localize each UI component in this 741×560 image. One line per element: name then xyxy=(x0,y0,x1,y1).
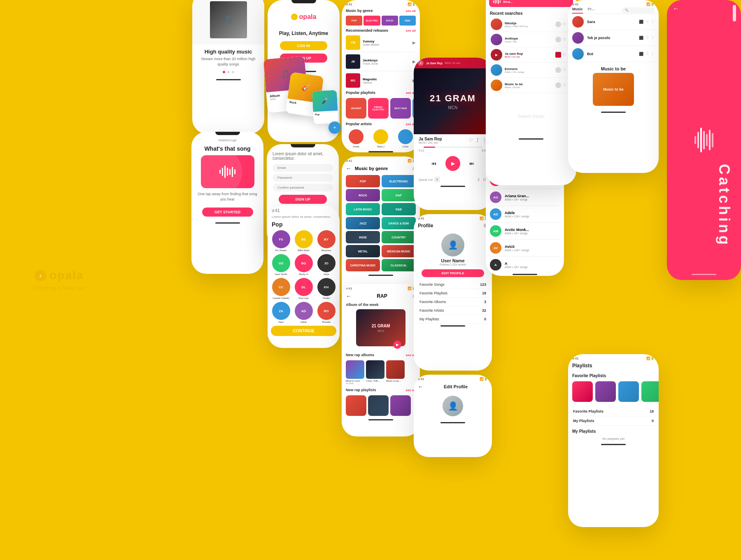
artist-item: ZA Zayn xyxy=(271,302,291,323)
rap-playlist-item[interactable] xyxy=(346,395,366,416)
like-icon[interactable]: ♡ xyxy=(645,52,649,56)
genre-see-all[interactable]: see all xyxy=(406,9,416,13)
back-button[interactable]: ← xyxy=(673,5,679,12)
edit-profile-button[interactable]: EDIT PROFILE xyxy=(422,269,484,277)
search-bar[interactable]: 🔍 xyxy=(622,7,655,13)
genre-electronic[interactable]: ELECTRO xyxy=(364,16,380,26)
genre-tile-rock[interactable]: ROCK xyxy=(346,189,380,201)
song-artist: MCN • 1h1 min xyxy=(419,141,442,144)
song-item[interactable]: Bot ⬛ ♡ ⋮ xyxy=(568,46,659,62)
genre-pop[interactable]: POP xyxy=(346,16,362,26)
artist-circle[interactable]: Nicki J xyxy=(373,129,388,148)
artist-circle[interactable]: Coke xyxy=(398,129,413,148)
album-week-label: Album of the week xyxy=(346,303,416,307)
recent-item[interactable]: Nikolija Music • 690.2.875 inc ♡ ⋮ xyxy=(489,17,573,32)
tab-profile[interactable]: Pr... xyxy=(588,7,595,14)
genre-rock[interactable]: ROCK xyxy=(382,16,398,26)
continue-button[interactable]: CONTINUE xyxy=(271,326,336,336)
prev-button[interactable]: ⏮ xyxy=(429,159,439,168)
like-icon[interactable]: ♡ xyxy=(645,36,649,40)
stop-icon[interactable] xyxy=(555,21,561,27)
recent-item[interactable]: ▶ Ja sam Rep MCN • 51 min ♡ ⋮ xyxy=(489,47,573,63)
genre-tile-christina[interactable]: CHRISTINA MUSIC xyxy=(346,259,380,271)
confirm-password-input[interactable] xyxy=(273,184,333,191)
album-item[interactable]: Music to be... xyxy=(386,360,405,385)
recent-item[interactable]: Eminem Artist • 1K+ songs ♡ ⋮ xyxy=(489,63,573,78)
queue-button[interactable]: ≡ xyxy=(434,177,440,182)
more-icon[interactable]: ⋮ xyxy=(651,52,655,56)
like-icon[interactable]: ♡ xyxy=(468,138,473,143)
stop-icon[interactable] xyxy=(555,67,561,73)
back-button[interactable]: ← xyxy=(346,165,352,172)
back-button[interactable]: ← xyxy=(418,383,424,390)
like-icon[interactable]: ♡ xyxy=(645,20,649,24)
like-icon[interactable]: ♡ xyxy=(563,83,566,87)
password-input[interactable] xyxy=(273,174,333,182)
artist-circle[interactable]: Anitta xyxy=(349,129,364,148)
get-started-button[interactable]: GET STARTED xyxy=(202,208,253,217)
like-icon[interactable]: ♡ xyxy=(563,68,566,72)
play-pause-button[interactable]: ▶ xyxy=(445,156,460,171)
email-input[interactable] xyxy=(273,164,333,172)
search-result-item[interactable]: A AArtist • 1K+ songs xyxy=(486,257,564,272)
stop-icon[interactable]: ⬛ xyxy=(639,52,643,56)
stop-icon[interactable]: ⬛ xyxy=(639,36,643,40)
playlist-item[interactable]: SEXY R&B xyxy=(390,98,411,119)
like-icon[interactable]: ♡ xyxy=(563,37,566,42)
rap-playlist-item[interactable] xyxy=(368,395,389,416)
song-item[interactable]: Tek je pocelo ⬛ ♡ ⋮ xyxy=(568,30,659,46)
genre-tile-rnb[interactable]: R&B xyxy=(382,203,416,215)
share-icon[interactable]: ⤴ xyxy=(476,138,479,143)
search-result-item[interactable]: AM Arctic Monk...Artist • 1K+ songs xyxy=(486,224,564,238)
stop-icon[interactable] xyxy=(555,52,561,58)
genre-rnb[interactable]: R&B xyxy=(399,16,416,26)
like-icon[interactable]: ♡ xyxy=(563,53,566,57)
playlist-item[interactable]: UDODEP xyxy=(346,98,366,119)
genre-tile-jazz[interactable]: JAZZ xyxy=(346,217,380,229)
login-button[interactable]: LOG IN xyxy=(280,41,327,50)
genre-tile-rap[interactable]: RAP xyxy=(382,189,416,201)
genre-tile-pop[interactable]: POP xyxy=(346,175,380,187)
more-icon[interactable]: ⋮ xyxy=(651,36,655,40)
genre-tile-mexican[interactable]: MEXICAN MUSIC xyxy=(382,245,416,257)
fav-playlist-tile[interactable] xyxy=(641,381,659,402)
rap-playlist-item[interactable] xyxy=(390,395,411,416)
queue-label: Queue List xyxy=(419,178,433,181)
stop-icon[interactable] xyxy=(555,37,561,42)
back-button[interactable]: ← xyxy=(346,293,352,299)
recent-item[interactable]: Music to be Music • [innor] ♡ ⋮ xyxy=(489,78,573,93)
action-button[interactable]: + xyxy=(329,121,341,134)
genre-tile-metal[interactable]: METAL xyxy=(346,245,380,257)
like-icon[interactable]: ♡ xyxy=(563,22,566,26)
song-list: Sara ⬛ ♡ ⋮ Tek je pocelo ⬛ ♡ ⋮ Bot xyxy=(568,14,659,62)
album-item[interactable]: Blind to Lord Flo Rida xyxy=(346,360,364,385)
recent-item[interactable]: Antilopa Song • Top ♡ ⋮ xyxy=(489,32,573,47)
album-item[interactable]: I Hus: THE... xyxy=(366,360,384,385)
fav-playlist-tile[interactable] xyxy=(595,381,616,402)
next-button[interactable]: ⏭ xyxy=(467,159,477,168)
stop-icon[interactable]: ⬛ xyxy=(639,20,643,24)
signup-form-button[interactable]: SIGN UP xyxy=(279,195,327,204)
search-result-item[interactable]: AG Ariana Gran...Artist • 1K+ songs xyxy=(486,190,564,205)
genre-tile-dance[interactable]: DANCE & EDM xyxy=(382,217,416,229)
login-title: Play, Listen, Anytime xyxy=(274,30,333,36)
stop-icon[interactable] xyxy=(555,82,561,88)
more-icon[interactable]: ⋮ xyxy=(651,20,655,24)
releases-see-all[interactable]: see all xyxy=(406,29,416,33)
genre-tile-classical[interactable]: CLASSICAL xyxy=(382,259,416,271)
search-result-item[interactable]: AV AviciiArtist • 11K+ songs xyxy=(486,240,564,255)
tab-music[interactable]: Music xyxy=(572,7,583,14)
progress-bar[interactable] xyxy=(424,147,482,148)
profile-title: Profile xyxy=(418,223,433,229)
genre-tile-indie[interactable]: INDIE xyxy=(346,231,380,243)
fav-playlist-tile[interactable] xyxy=(618,381,639,402)
fav-playlist-tile[interactable] xyxy=(572,381,593,402)
play-button[interactable]: ▶ xyxy=(393,341,401,349)
genre-tile-electronic[interactable]: ELECTRONIC xyxy=(382,175,416,187)
playlist-item[interactable]: FRESH ELECTRO xyxy=(368,98,389,119)
song-item[interactable]: Sara ⬛ ♡ ⋮ xyxy=(568,14,659,30)
genre-tile-country[interactable]: COUNTRY xyxy=(382,231,416,243)
search-result-item[interactable]: AD AdeleArtist • 11K+ songs xyxy=(486,207,564,222)
genre-tile-latin[interactable]: LATIN MUSIC xyxy=(346,203,380,215)
phone-walkthrough: Walkthrough What's that song One tap awa… xyxy=(191,132,263,274)
